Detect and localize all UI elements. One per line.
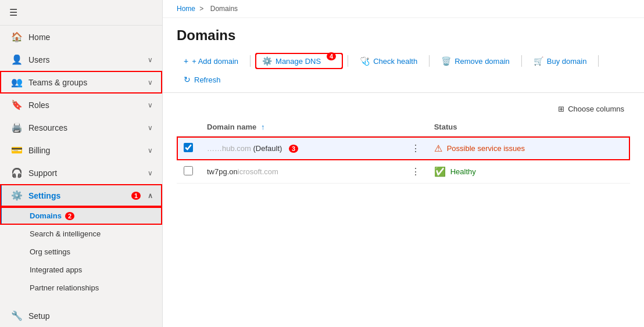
toolbar: + + Add domain ⚙️ Manage DNS 4 🩺 Check h…	[163, 48, 644, 93]
sidebar-item-label: Billing	[28, 146, 141, 155]
sub-item-label: Search & intelligence	[30, 229, 101, 238]
sidebar-item-label: Teams & groups	[28, 78, 141, 87]
users-icon: 👤	[11, 54, 22, 65]
th-checkbox	[177, 118, 200, 136]
chevron-down-icon: ∨	[148, 101, 153, 109]
buy-domain-label: Buy domain	[547, 57, 587, 66]
sidebar-item-label: Resources	[28, 123, 141, 132]
row2-checkbox[interactable]	[184, 166, 193, 175]
status-text: Possible service issues	[447, 144, 525, 153]
row2-more-options[interactable]: ⋮	[404, 160, 427, 184]
sub-item-label: Integrated apps	[30, 265, 82, 274]
sidebar-item-resources[interactable]: 🖨️ Resources ∨	[0, 116, 162, 139]
th-status: Status	[427, 118, 630, 136]
divider	[250, 55, 251, 67]
sidebar-item-label: Setup	[28, 311, 153, 321]
annotation-2: 2	[65, 212, 74, 220]
sidebar-sub-item-search-intelligence[interactable]: Search & intelligence	[0, 225, 162, 243]
sidebar-item-label: Users	[28, 55, 141, 64]
status-text: Healthy	[450, 167, 476, 176]
sidebar-item-users[interactable]: 👤 Users ∨	[0, 48, 162, 71]
annotation-1: 1	[131, 192, 141, 200]
sidebar-item-billing[interactable]: 💳 Billing ∨	[0, 139, 162, 161]
divider	[598, 55, 599, 67]
trash-icon: 🗑️	[441, 56, 451, 66]
sidebar-item-support[interactable]: 🎧 Support ∨	[0, 161, 162, 184]
breadcrumb: Home > Domains	[163, 0, 644, 18]
sub-item-label: Partner relationships	[30, 283, 99, 292]
dns-icon: ⚙️	[262, 56, 272, 66]
remove-domain-label: Remove domain	[455, 57, 510, 66]
table-row[interactable]: ……hub.com (Default) 3 ⋮ ⚠ Possible servi…	[177, 136, 630, 160]
chevron-down-icon: ∨	[148, 56, 153, 64]
row1-checkbox[interactable]	[184, 143, 193, 152]
annotation-3: 3	[289, 145, 298, 153]
sidebar-item-teams-groups[interactable]: 👥 Teams & groups ∨	[0, 71, 162, 94]
row1-status: ⚠ Possible service issues	[427, 136, 630, 160]
divider	[348, 55, 348, 67]
refresh-label: Refresh	[194, 76, 221, 84]
sidebar-item-label: Roles	[28, 100, 141, 110]
row1-more-options[interactable]: ⋮	[404, 136, 427, 160]
breadcrumb-current: Domains	[210, 5, 238, 13]
check-health-button[interactable]: 🩺 Check health	[353, 53, 424, 69]
sub-item-label: Domains	[30, 211, 62, 220]
th-dots	[404, 118, 427, 136]
sidebar-sub-item-org-settings[interactable]: Org settings	[0, 243, 162, 261]
row1-domain-name: ……hub.com (Default) 3	[200, 136, 404, 160]
chevron-down-icon: ∨	[148, 124, 153, 132]
manage-dns-label: Manage DNS	[276, 57, 321, 66]
breadcrumb-separator: >	[199, 5, 203, 13]
row2-domain-name: tw7pg.onicrosoft.com	[200, 160, 404, 184]
sidebar-sub-item-integrated-apps[interactable]: Integrated apps	[0, 261, 162, 279]
hamburger-icon[interactable]: ☰	[9, 7, 17, 18]
chevron-down-icon: ∨	[148, 78, 153, 87]
home-icon: 🏠	[11, 31, 22, 42]
buy-domain-button[interactable]: 🛒 Buy domain	[527, 53, 594, 69]
support-icon: 🎧	[11, 167, 22, 178]
chevron-down-icon: ∨	[148, 146, 153, 154]
remove-domain-button[interactable]: 🗑️ Remove domain	[434, 53, 517, 69]
teams-icon: 👥	[11, 77, 22, 88]
domains-table: Domain name ↑ Status ……hub.com	[177, 118, 630, 184]
divider	[429, 55, 430, 67]
roles-icon: 🔖	[11, 99, 22, 110]
sub-item-label: Org settings	[30, 247, 70, 256]
columns-icon: ⊞	[558, 105, 564, 113]
sidebar-item-label: Support	[28, 168, 141, 178]
domains-table-area: ⊞ Choose columns Domain name ↑ Status	[163, 93, 644, 193]
sidebar: ☰ 🏠 Home 👤 Users ∨ 👥 Teams & groups ∨ 🔖 …	[0, 0, 163, 327]
sidebar-item-setup[interactable]: 🔧 Setup	[0, 304, 162, 327]
check-icon: ✅	[434, 166, 446, 177]
page-title: Domains	[163, 18, 644, 48]
sidebar-item-roles[interactable]: 🔖 Roles ∨	[0, 94, 162, 116]
warning-icon: ⚠	[434, 143, 442, 154]
billing-icon: 💳	[11, 145, 22, 156]
sidebar-item-label: Home	[28, 33, 153, 42]
sidebar-sub-item-domains[interactable]: Domains 2	[0, 207, 162, 225]
add-domain-button[interactable]: + + Add domain	[177, 53, 245, 69]
choose-columns-button[interactable]: ⊞ Choose columns	[552, 102, 630, 116]
settings-sub-menu: Domains 2 Search & intelligence Org sett…	[0, 207, 162, 297]
sidebar-sub-item-partner-relationships[interactable]: Partner relationships	[0, 279, 162, 297]
buy-icon: 🛒	[534, 56, 543, 66]
sidebar-item-settings[interactable]: ⚙️ Settings 1 ∧	[0, 184, 162, 207]
row2-checkbox-cell[interactable]	[177, 160, 200, 184]
settings-icon: ⚙️	[11, 190, 22, 201]
refresh-icon: ↻	[184, 75, 191, 84]
refresh-button[interactable]: ↻ Refresh	[177, 71, 228, 88]
sidebar-item-home[interactable]: 🏠 Home	[0, 26, 162, 48]
breadcrumb-home-link[interactable]: Home	[177, 5, 195, 13]
choose-columns-label: Choose columns	[568, 105, 624, 113]
check-health-label: Check health	[373, 57, 417, 66]
sort-icon: ↑	[261, 123, 265, 131]
resources-icon: 🖨️	[11, 122, 22, 133]
th-domain-name: Domain name ↑	[200, 118, 404, 136]
chevron-down-icon: ∨	[148, 169, 153, 177]
row2-status: ✅ Healthy	[427, 160, 630, 184]
health-icon: 🩺	[360, 56, 370, 66]
manage-dns-button[interactable]: ⚙️ Manage DNS 4	[255, 53, 343, 69]
table-row[interactable]: tw7pg.onicrosoft.com ⋮ ✅ Healthy	[177, 160, 630, 184]
row1-checkbox-cell[interactable]	[177, 136, 200, 160]
add-domain-label: + Add domain	[192, 57, 238, 66]
